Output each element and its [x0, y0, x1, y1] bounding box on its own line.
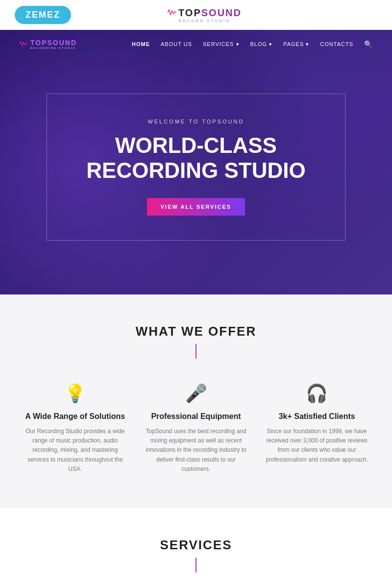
services-divider [196, 558, 196, 572]
brand-name: TOPSOUND [178, 7, 242, 19]
services-title-block: SERVICES [20, 538, 372, 572]
offers-grid: 💡 A Wide Range of Solutions Our Recordin… [20, 383, 372, 474]
search-icon[interactable]: 🔍 [364, 40, 372, 48]
hero-title: WORLD-CLASS RECORDING STUDIO [86, 133, 305, 183]
offer-item-equipment: 🎤 Professional Equipment TopSound uses t… [141, 383, 252, 474]
services-section-title: SERVICES [160, 538, 232, 553]
nav-about[interactable]: ABOUT US [161, 41, 192, 47]
hero-content: WELCOME TO TOPSOUND WORLD-CLASS RECORDIN… [47, 94, 345, 240]
offer-desc-equipment: TopSound uses the best recording and mix… [142, 427, 250, 474]
hero-wave-icon [20, 41, 27, 48]
brand-subtitle: RECORD STUDIO [178, 19, 230, 23]
hero-logo: TOPSOUND RECORDING STUDIO [20, 39, 77, 49]
nav-services[interactable]: SERVICES ▾ [203, 41, 240, 48]
offer-desc-solutions: Our Recording Studio provides a wide ran… [21, 427, 129, 474]
nav-home[interactable]: HOME [132, 41, 150, 47]
hero-welcome-text: WELCOME TO TOPSOUND [86, 119, 305, 124]
wave-icon [168, 9, 176, 17]
mic-icon: 🎤 [185, 383, 207, 404]
offer-item-solutions: 💡 A Wide Range of Solutions Our Recordin… [20, 383, 131, 474]
offer-desc-clients: Since our foundation in 1999, we have re… [263, 427, 371, 465]
offer-title-clients: 3k+ Satisfied Clients [279, 412, 355, 421]
nav-blog[interactable]: BLOG ▾ [250, 41, 273, 48]
nav-pages[interactable]: PAGES ▾ [283, 41, 309, 48]
hero-cta-button[interactable]: VIEW ALL SERVICES [147, 198, 245, 216]
offers-section: WHAT WE OFFER 💡 A Wide Range of Solution… [0, 294, 392, 508]
offer-title-solutions: A Wide Range of Solutions [25, 412, 125, 421]
bulb-icon: 💡 [64, 383, 86, 404]
offers-title-block: WHAT WE OFFER [20, 324, 372, 359]
hero-nav-bar: TOPSOUND RECORDING STUDIO HOME ABOUT US … [0, 30, 392, 58]
offer-title-equipment: Professional Equipment [151, 412, 241, 421]
hero-logo-brand: TOPSOUND [30, 39, 77, 47]
section-divider [196, 344, 196, 359]
headphones-icon: 🎧 [306, 383, 328, 404]
nav-contacts[interactable]: CONTACTS [320, 41, 353, 47]
hero-section: TOPSOUND RECORDING STUDIO HOME ABOUT US … [0, 30, 392, 294]
services-section: SERVICES Our wide range of services cove… [0, 508, 392, 588]
offers-section-title: WHAT WE OFFER [136, 324, 256, 339]
top-bar: ZEMEZ TOPSOUND RECORD STUDIO [0, 0, 392, 30]
hero-navigation: HOME ABOUT US SERVICES ▾ BLOG ▾ PAGES ▾ … [132, 40, 372, 48]
offer-item-clients: 🎧 3k+ Satisfied Clients Since our founda… [261, 383, 372, 474]
topsound-logo-header: TOPSOUND RECORD STUDIO [168, 7, 242, 23]
hero-logo-sub: RECORDING STUDIO [30, 47, 77, 49]
zemez-logo[interactable]: ZEMEZ [15, 6, 71, 24]
